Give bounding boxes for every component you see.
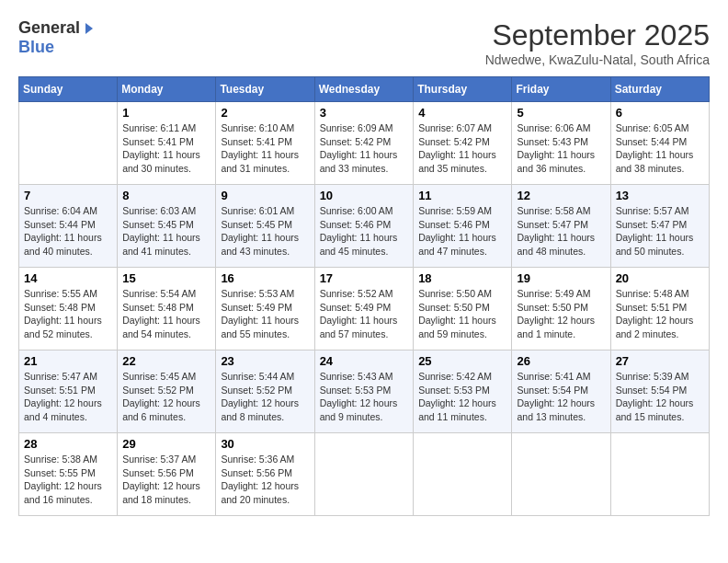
- day-info: Sunrise: 5:53 AM Sunset: 5:49 PM Dayligh…: [221, 287, 309, 341]
- calendar-cell: [414, 433, 512, 516]
- day-number: 1: [122, 106, 210, 120]
- calendar-cell: 18Sunrise: 5:50 AM Sunset: 5:50 PM Dayli…: [414, 268, 512, 350]
- day-number: 16: [221, 271, 309, 285]
- day-number: 4: [418, 106, 506, 120]
- day-info: Sunrise: 5:38 AM Sunset: 5:55 PM Dayligh…: [24, 453, 112, 507]
- calendar-cell: 5Sunrise: 6:06 AM Sunset: 5:43 PM Daylig…: [512, 102, 610, 185]
- calendar-table: SundayMondayTuesdayWednesdayThursdayFrid…: [18, 76, 710, 516]
- day-info: Sunrise: 5:50 AM Sunset: 5:50 PM Dayligh…: [418, 287, 506, 341]
- day-info: Sunrise: 6:04 AM Sunset: 5:44 PM Dayligh…: [24, 204, 112, 259]
- calendar-cell: 12Sunrise: 5:58 AM Sunset: 5:47 PM Dayli…: [512, 185, 610, 268]
- day-number: 12: [517, 189, 605, 202]
- logo-general-text: General: [18, 18, 80, 38]
- day-number: 14: [24, 271, 112, 285]
- calendar-cell: 19Sunrise: 5:49 AM Sunset: 5:50 PM Dayli…: [512, 268, 610, 350]
- day-number: 30: [221, 437, 309, 451]
- calendar-cell: 17Sunrise: 5:52 AM Sunset: 5:49 PM Dayli…: [314, 268, 414, 350]
- weekday-header-saturday: Saturday: [610, 77, 709, 102]
- day-number: 2: [221, 106, 309, 120]
- calendar-cell: 30Sunrise: 5:36 AM Sunset: 5:56 PM Dayli…: [216, 433, 314, 516]
- day-number: 28: [24, 437, 112, 451]
- day-number: 5: [517, 106, 605, 120]
- calendar-cell: 27Sunrise: 5:39 AM Sunset: 5:54 PM Dayli…: [610, 350, 709, 433]
- calendar-cell: 16Sunrise: 5:53 AM Sunset: 5:49 PM Dayli…: [216, 268, 314, 350]
- calendar-cell: 22Sunrise: 5:45 AM Sunset: 5:52 PM Dayli…: [118, 350, 216, 433]
- location-subtitle: Ndwedwe, KwaZulu-Natal, South Africa: [485, 52, 710, 67]
- calendar-cell: 11Sunrise: 5:59 AM Sunset: 5:46 PM Dayli…: [414, 185, 512, 268]
- calendar-cell: 28Sunrise: 5:38 AM Sunset: 5:55 PM Dayli…: [19, 433, 118, 516]
- day-info: Sunrise: 5:55 AM Sunset: 5:48 PM Dayligh…: [24, 287, 112, 341]
- calendar-cell: 20Sunrise: 5:48 AM Sunset: 5:51 PM Dayli…: [610, 268, 709, 350]
- day-info: Sunrise: 5:37 AM Sunset: 5:56 PM Dayligh…: [122, 453, 210, 507]
- calendar-cell: 21Sunrise: 5:47 AM Sunset: 5:51 PM Dayli…: [19, 350, 118, 433]
- day-info: Sunrise: 5:58 AM Sunset: 5:47 PM Dayligh…: [517, 204, 605, 259]
- calendar-cell: 24Sunrise: 5:43 AM Sunset: 5:53 PM Dayli…: [314, 350, 414, 433]
- logo: General Blue: [18, 18, 97, 57]
- day-info: Sunrise: 5:54 AM Sunset: 5:48 PM Dayligh…: [122, 287, 210, 341]
- calendar-cell: 4Sunrise: 6:07 AM Sunset: 5:42 PM Daylig…: [414, 102, 512, 185]
- day-info: Sunrise: 5:42 AM Sunset: 5:53 PM Dayligh…: [418, 370, 506, 424]
- day-info: Sunrise: 5:48 AM Sunset: 5:51 PM Dayligh…: [616, 287, 704, 341]
- calendar-cell: 13Sunrise: 5:57 AM Sunset: 5:47 PM Dayli…: [610, 185, 709, 268]
- day-info: Sunrise: 6:00 AM Sunset: 5:46 PM Dayligh…: [320, 204, 409, 259]
- calendar-cell: [19, 102, 118, 185]
- day-number: 6: [616, 106, 704, 120]
- calendar-body: 1Sunrise: 6:11 AM Sunset: 5:41 PM Daylig…: [19, 102, 710, 516]
- logo-blue-text: Blue: [18, 38, 54, 57]
- day-info: Sunrise: 6:01 AM Sunset: 5:45 PM Dayligh…: [221, 204, 309, 259]
- day-info: Sunrise: 6:09 AM Sunset: 5:42 PM Dayligh…: [320, 121, 409, 176]
- calendar-cell: [314, 433, 414, 516]
- day-info: Sunrise: 5:39 AM Sunset: 5:54 PM Dayligh…: [616, 370, 704, 424]
- weekday-header-thursday: Thursday: [414, 77, 512, 102]
- weekday-header-friday: Friday: [512, 77, 610, 102]
- day-number: 27: [616, 354, 704, 368]
- calendar-cell: 14Sunrise: 5:55 AM Sunset: 5:48 PM Dayli…: [19, 268, 118, 350]
- calendar-cell: 7Sunrise: 6:04 AM Sunset: 5:44 PM Daylig…: [19, 185, 118, 268]
- calendar-week-row: 21Sunrise: 5:47 AM Sunset: 5:51 PM Dayli…: [19, 350, 710, 433]
- day-number: 7: [24, 189, 112, 202]
- day-info: Sunrise: 6:07 AM Sunset: 5:42 PM Dayligh…: [418, 121, 506, 176]
- title-area: September 2025 Ndwedwe, KwaZulu-Natal, S…: [485, 18, 710, 67]
- day-info: Sunrise: 5:49 AM Sunset: 5:50 PM Dayligh…: [517, 287, 605, 341]
- day-number: 23: [221, 354, 309, 368]
- day-number: 18: [418, 271, 506, 285]
- calendar-week-row: 28Sunrise: 5:38 AM Sunset: 5:55 PM Dayli…: [19, 433, 710, 516]
- calendar-cell: 26Sunrise: 5:41 AM Sunset: 5:54 PM Dayli…: [512, 350, 610, 433]
- calendar-cell: 9Sunrise: 6:01 AM Sunset: 5:45 PM Daylig…: [216, 185, 314, 268]
- calendar-cell: 25Sunrise: 5:42 AM Sunset: 5:53 PM Dayli…: [414, 350, 512, 433]
- day-number: 8: [122, 189, 210, 202]
- weekday-header-wednesday: Wednesday: [314, 77, 414, 102]
- day-info: Sunrise: 5:43 AM Sunset: 5:53 PM Dayligh…: [320, 370, 409, 424]
- day-number: 17: [320, 271, 409, 285]
- day-info: Sunrise: 6:06 AM Sunset: 5:43 PM Dayligh…: [517, 121, 605, 176]
- day-number: 21: [24, 354, 112, 368]
- day-info: Sunrise: 6:11 AM Sunset: 5:41 PM Dayligh…: [122, 121, 210, 176]
- svg-marker-0: [85, 23, 93, 34]
- day-number: 24: [320, 354, 409, 368]
- day-number: 3: [320, 106, 409, 120]
- calendar-cell: 6Sunrise: 6:05 AM Sunset: 5:44 PM Daylig…: [610, 102, 709, 185]
- day-info: Sunrise: 5:36 AM Sunset: 5:56 PM Dayligh…: [221, 453, 309, 507]
- calendar-header-row: SundayMondayTuesdayWednesdayThursdayFrid…: [19, 77, 710, 102]
- calendar-cell: 1Sunrise: 6:11 AM Sunset: 5:41 PM Daylig…: [118, 102, 216, 185]
- calendar-cell: 3Sunrise: 6:09 AM Sunset: 5:42 PM Daylig…: [314, 102, 414, 185]
- day-info: Sunrise: 5:41 AM Sunset: 5:54 PM Dayligh…: [517, 370, 605, 424]
- calendar-cell: 2Sunrise: 6:10 AM Sunset: 5:41 PM Daylig…: [216, 102, 314, 185]
- day-number: 11: [418, 189, 506, 202]
- calendar-cell: [512, 433, 610, 516]
- weekday-header-sunday: Sunday: [19, 77, 118, 102]
- day-info: Sunrise: 5:44 AM Sunset: 5:52 PM Dayligh…: [221, 370, 309, 424]
- day-number: 15: [122, 271, 210, 285]
- weekday-header-monday: Monday: [118, 77, 216, 102]
- day-number: 10: [320, 189, 409, 202]
- day-info: Sunrise: 5:59 AM Sunset: 5:46 PM Dayligh…: [418, 204, 506, 259]
- month-title: September 2025: [485, 18, 710, 52]
- logo-icon: [82, 21, 97, 36]
- day-number: 13: [616, 189, 704, 202]
- header: General Blue September 2025 Ndwedwe, Kwa…: [18, 18, 710, 67]
- day-number: 20: [616, 271, 704, 285]
- calendar-week-row: 7Sunrise: 6:04 AM Sunset: 5:44 PM Daylig…: [19, 185, 710, 268]
- calendar-cell: [610, 433, 709, 516]
- weekday-header-tuesday: Tuesday: [216, 77, 314, 102]
- day-number: 25: [418, 354, 506, 368]
